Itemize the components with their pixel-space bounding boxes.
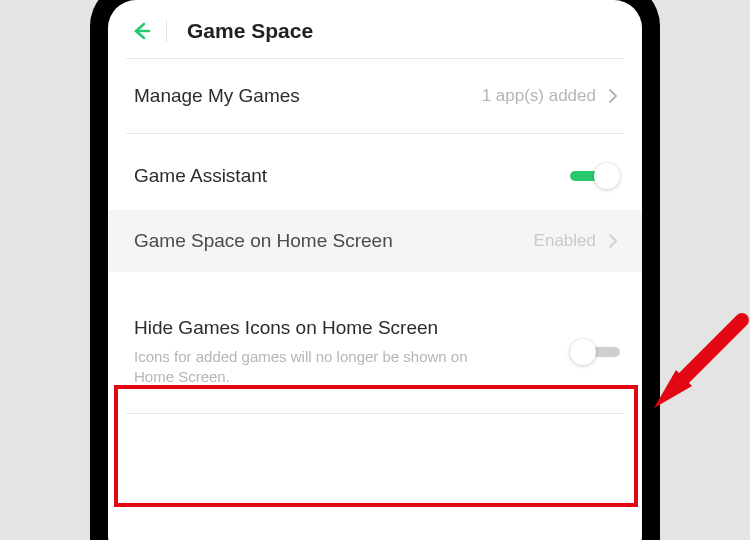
row-hide-game-icons[interactable]: Hide Games Icons on Home Screen Icons fo… — [108, 298, 642, 403]
toggle-game-assistant[interactable] — [570, 162, 620, 190]
row-manage-my-games[interactable]: Manage My Games 1 app(s) added — [108, 59, 642, 133]
app-header: Game Space — [108, 0, 642, 58]
screen: Game Space Manage My Games 1 app(s) adde… — [108, 0, 642, 540]
row-value: Enabled — [534, 231, 596, 251]
toggle-knob — [570, 339, 596, 365]
row-description: Icons for added games will no longer be … — [134, 347, 474, 388]
toggle-hide-game-icons[interactable] — [570, 338, 620, 366]
divider — [126, 413, 624, 414]
row-value: 1 app(s) added — [482, 86, 596, 106]
phone-frame: Game Space Manage My Games 1 app(s) adde… — [90, 0, 660, 540]
row-label: Hide Games Icons on Home Screen — [134, 316, 444, 341]
header-divider — [166, 20, 167, 42]
page-title: Game Space — [187, 19, 313, 43]
row-game-space-home-screen[interactable]: Game Space on Home Screen Enabled — [108, 210, 642, 272]
row-text: Hide Games Icons on Home Screen Icons fo… — [134, 316, 570, 387]
svg-line-0 — [674, 320, 742, 388]
toggle-knob — [594, 163, 620, 189]
row-label: Game Space on Home Screen — [134, 230, 534, 252]
chevron-right-icon — [606, 232, 620, 250]
back-arrow-icon[interactable] — [128, 18, 154, 44]
row-label: Game Assistant — [134, 165, 570, 187]
row-game-assistant[interactable]: Game Assistant — [108, 142, 642, 210]
chevron-right-icon — [606, 87, 620, 105]
row-label: Manage My Games — [134, 85, 482, 107]
